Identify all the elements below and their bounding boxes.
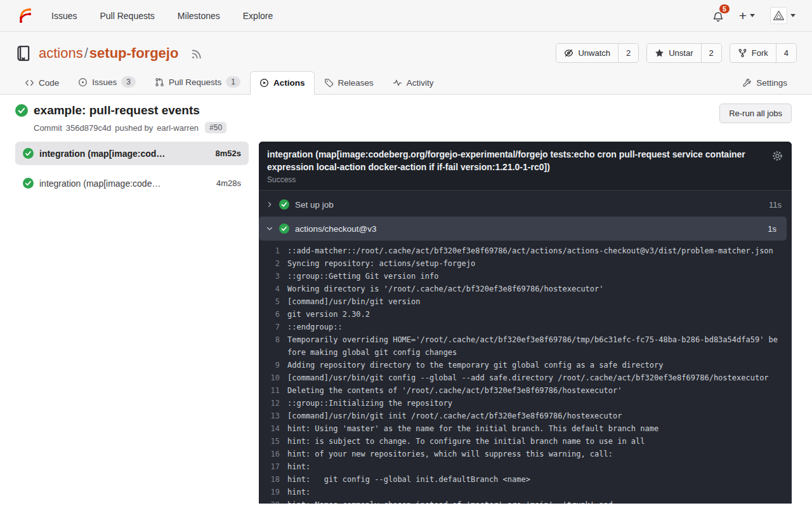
repo-book-icon [15, 45, 32, 62]
tab-actions[interactable]: Actions [250, 71, 315, 95]
forgejo-logo-icon[interactable] [16, 7, 34, 24]
log-line-text: hint: Using 'master' as the name for the… [287, 422, 784, 435]
success-check-icon [23, 148, 34, 159]
rss-icon[interactable] [191, 49, 202, 60]
log-line-number [259, 346, 287, 359]
log-line: 2 Syncing repository: actions/setup-forg… [259, 257, 784, 270]
log-line: 8 Temporarily overriding HOME='/root/.ca… [259, 333, 784, 346]
repo-header: actions/setup-forgejo Unwatch [0, 32, 812, 95]
job-status: Success [267, 175, 763, 184]
rerun-all-jobs-button[interactable]: Re-run all jobs [719, 104, 792, 123]
chevron-right-icon [266, 201, 273, 208]
success-check-icon [23, 178, 34, 189]
log-line-number: 9 [259, 359, 287, 371]
log-line: 15 hint: is subject to change. To config… [259, 435, 784, 448]
pull-request-icon [155, 77, 164, 87]
nav-item-pull-requests[interactable]: Pull Requests [100, 11, 154, 21]
pushed-by-text: pushed by [115, 123, 153, 133]
job-name: integration (map[image:code… [39, 178, 160, 189]
log-line: 19 hint: [259, 486, 784, 498]
log-line: 9 Adding repository directory to the tem… [259, 359, 784, 371]
log-line-text: Temporarily overriding HOME='/root/.cach… [287, 333, 784, 346]
job-duration: 8m52s [216, 149, 241, 158]
log-header: integration (map[image:codeberg.org/forg… [259, 142, 792, 190]
play-circle-icon [259, 78, 269, 88]
author-link[interactable]: earl-warren [157, 123, 199, 133]
plus-icon: + [739, 9, 747, 22]
run-subtitle: Commit 356d879c4d pushed by earl-warren … [34, 122, 226, 133]
repo-tabs: Code Issues 3 Pull Requests 1 Actions [15, 69, 797, 94]
nav-item-issues[interactable]: Issues [51, 11, 77, 21]
code-icon [25, 78, 34, 88]
commit-hash-link[interactable]: 356d879c4d [66, 123, 112, 133]
tab-settings[interactable]: Settings [733, 71, 797, 95]
nav-links: Issues Pull Requests Milestones Explore [51, 11, 273, 21]
log-line-text: fore making global git config changes [287, 346, 784, 359]
log-line-number: 17 [259, 460, 287, 473]
repo-name-link[interactable]: setup-forgejo [89, 45, 179, 61]
step-actions-checkout[interactable]: actions/checkout@v3 1s [259, 217, 787, 241]
user-menu[interactable] [770, 7, 796, 24]
log-settings-gear-icon[interactable] [771, 150, 783, 162]
star-button-group: Unstar 2 [646, 43, 722, 63]
log-line-text: Working directory is '/root/.cache/act/b… [287, 283, 784, 295]
step-list: Set up job 11s actions/checkout@v3 1s 1 … [259, 190, 792, 504]
log-line-text: Syncing repository: actions/setup-forgej… [287, 257, 784, 270]
nav-item-explore[interactable]: Explore [243, 11, 273, 21]
run-number-badge: #50 [205, 122, 226, 133]
notification-count-badge: 5 [719, 4, 730, 14]
tab-code[interactable]: Code [15, 71, 69, 95]
fork-icon [738, 48, 747, 58]
log-line-number: 7 [259, 321, 287, 333]
success-check-icon [15, 104, 28, 117]
tab-releases[interactable]: Releases [315, 71, 383, 95]
log-line: 13 [command]/usr/bin/git init /root/.cac… [259, 410, 784, 422]
log-line-text: [command]/usr/bin/git config --global --… [287, 371, 784, 384]
repo-title: actions/setup-forgejo [15, 45, 202, 62]
nav-item-milestones[interactable]: Milestones [178, 11, 220, 21]
job-item[interactable]: integration (map[image:cod… 8m52s [15, 142, 249, 165]
issue-circle-icon [78, 77, 88, 87]
log-line: 11 Deleting the contents of '/root/.cach… [259, 384, 784, 397]
fork-button-group: Fork 4 [730, 43, 797, 63]
log-lines: 1 ::add-matcher::/root/.cache/act/bf320e… [259, 241, 792, 504]
log-line-text: ::group::Initializing the repository [287, 397, 784, 410]
forks-count[interactable]: 4 [776, 44, 796, 62]
step-setup-job[interactable]: Set up job 11s [259, 192, 792, 217]
log-line-number: 3 [259, 270, 287, 283]
log-line-number: 19 [259, 486, 287, 498]
job-item[interactable]: integration (map[image:code… 4m28s [15, 171, 249, 195]
wrench-icon [742, 78, 752, 88]
tab-pull-requests[interactable]: Pull Requests 1 [145, 69, 250, 95]
job-log-panel: integration (map[image:codeberg.org/forg… [259, 142, 792, 504]
stars-count[interactable]: 2 [701, 44, 721, 62]
unstar-button[interactable]: Unstar [647, 44, 700, 62]
log-line-text: ::endgroup:: [287, 321, 784, 333]
notifications-bell-icon[interactable]: 5 [712, 9, 724, 23]
log-line-number: 5 [259, 295, 287, 308]
log-line-number: 10 [259, 371, 287, 384]
job-name: integration (map[image:cod… [39, 149, 165, 159]
chevron-down-icon [266, 225, 273, 232]
commit-prefix: Commit [34, 123, 62, 133]
repo-owner-link[interactable]: actions [39, 45, 83, 61]
tab-issues[interactable]: Issues 3 [69, 69, 145, 95]
pulse-icon [393, 78, 402, 88]
create-new-menu[interactable]: + [739, 9, 755, 22]
log-line-text: hint: Names commonly chosen instead of '… [287, 498, 784, 504]
top-navbar: Issues Pull Requests Milestones Explore … [0, 0, 812, 32]
log-line-number: 18 [259, 473, 287, 486]
log-line-text: [command]/usr/bin/git init /root/.cache/… [287, 410, 784, 422]
job-list: integration (map[image:cod… 8m52s integr… [15, 142, 249, 201]
log-line-number: 20 [259, 498, 287, 504]
log-line: 1 ::add-matcher::/root/.cache/act/bf320e… [259, 244, 784, 257]
log-line-number: 11 [259, 384, 287, 397]
watchers-count[interactable]: 2 [618, 44, 638, 62]
log-line: 7 ::endgroup:: [259, 321, 784, 333]
log-line-number: 6 [259, 308, 287, 321]
issues-count-badge: 3 [121, 76, 136, 88]
log-line-text: ::group::Getting Git version info [287, 270, 784, 283]
tab-activity[interactable]: Activity [383, 71, 443, 95]
fork-button[interactable]: Fork [730, 44, 776, 62]
unwatch-button[interactable]: Unwatch [556, 44, 618, 62]
